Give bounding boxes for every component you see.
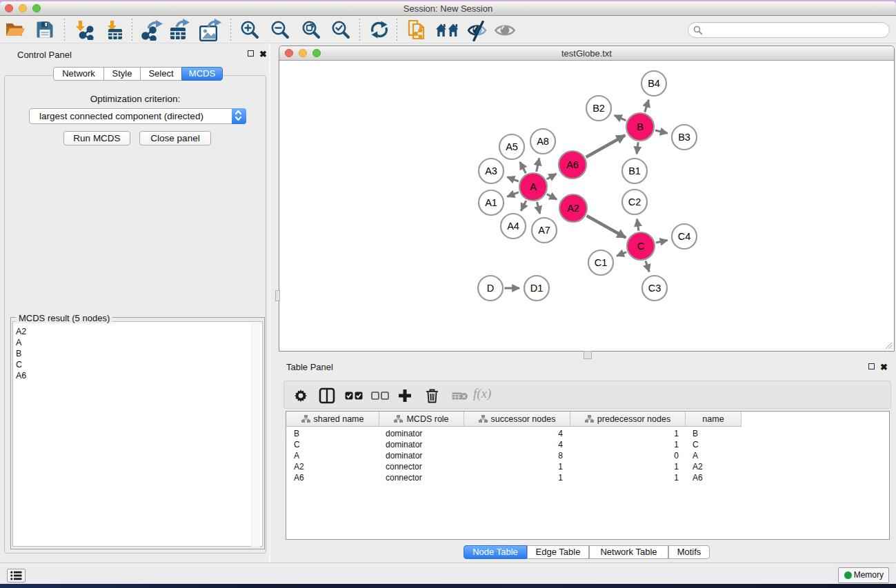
svg-text:C: C [637, 241, 644, 252]
svg-text:D: D [487, 283, 494, 294]
svg-text:A1: A1 [485, 197, 497, 208]
svg-text:B4: B4 [648, 78, 660, 89]
svg-text:A4: A4 [507, 221, 519, 232]
svg-text:A7: A7 [538, 225, 550, 236]
svg-text:B1: B1 [628, 165, 641, 176]
svg-text:B3: B3 [678, 132, 690, 143]
svg-text:C2: C2 [628, 196, 641, 207]
svg-text:A8: A8 [537, 136, 549, 147]
svg-text:C4: C4 [678, 231, 691, 242]
svg-text:A3: A3 [485, 165, 497, 176]
svg-text:B: B [637, 121, 644, 132]
svg-text:B2: B2 [593, 103, 605, 114]
svg-text:A2: A2 [567, 203, 579, 214]
svg-text:A5: A5 [506, 141, 518, 152]
svg-text:C1: C1 [595, 257, 608, 268]
svg-text:A6: A6 [566, 159, 579, 170]
svg-text:C3: C3 [648, 283, 661, 294]
svg-text:A: A [530, 181, 537, 192]
svg-text:D1: D1 [530, 283, 544, 294]
